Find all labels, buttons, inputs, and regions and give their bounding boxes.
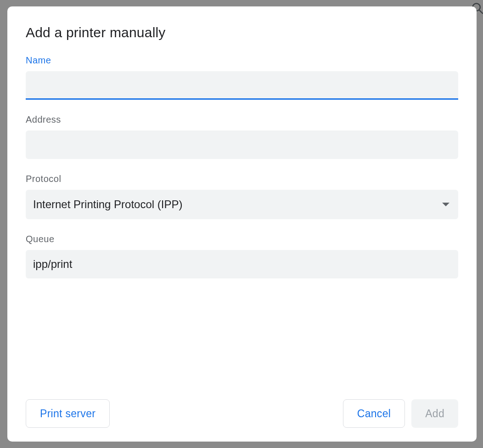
- queue-field-group: Queue: [26, 234, 458, 278]
- queue-label: Queue: [26, 234, 458, 244]
- address-input[interactable]: [26, 130, 458, 159]
- dialog-footer: Print server Cancel Add: [26, 390, 458, 428]
- name-label: Name: [26, 55, 458, 66]
- dialog-title: Add a printer manually: [26, 25, 458, 40]
- cancel-button[interactable]: Cancel: [343, 399, 405, 428]
- svg-line-1: [479, 10, 483, 14]
- protocol-label: Protocol: [26, 174, 458, 184]
- name-input[interactable]: [26, 71, 458, 100]
- add-button[interactable]: Add: [411, 399, 458, 428]
- add-printer-dialog: Add a printer manually Name Address Prot…: [7, 6, 477, 442]
- protocol-selected-value: Internet Printing Protocol (IPP): [33, 198, 182, 211]
- address-field-group: Address: [26, 114, 458, 159]
- address-label: Address: [26, 114, 458, 125]
- protocol-select[interactable]: Internet Printing Protocol (IPP): [26, 190, 458, 219]
- protocol-field-group: Protocol Internet Printing Protocol (IPP…: [26, 174, 458, 219]
- name-field-group: Name: [26, 55, 458, 100]
- print-server-button[interactable]: Print server: [26, 399, 110, 428]
- queue-input[interactable]: [26, 250, 458, 278]
